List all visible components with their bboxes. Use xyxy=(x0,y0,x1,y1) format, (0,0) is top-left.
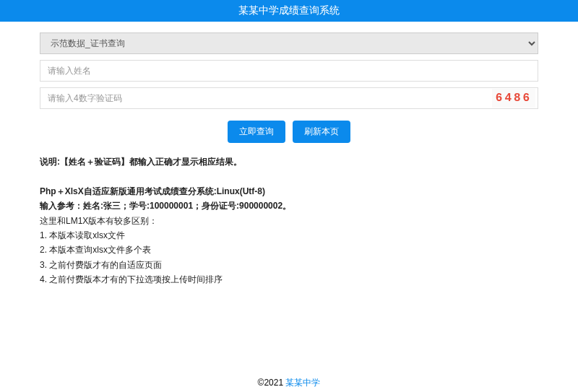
info-sample: 输入参考：姓名:张三；学号:100000001；身份证号:900000002。 xyxy=(40,199,538,213)
info-diff-header: 这里和LM1X版本有较多区别： xyxy=(40,214,538,228)
info-title: Php＋XlsX自适应新版通用考试成绩查分系统:Linux(Utf-8) xyxy=(40,184,538,199)
captcha-row: 6486 xyxy=(40,87,538,109)
captcha-input[interactable] xyxy=(40,87,538,109)
refresh-button[interactable]: 刷新本页 xyxy=(293,121,350,143)
info-diff-1: 1. 本版本读取xlsx文件 xyxy=(40,228,538,243)
header-title: 某某中学成绩查询系统 xyxy=(238,4,340,16)
page-header: 某某中学成绩查询系统 xyxy=(0,0,578,22)
info-diff-2: 2. 本版本查询xlsx文件多个表 xyxy=(40,243,538,257)
name-input[interactable] xyxy=(40,60,538,82)
info-block: 说明:【姓名＋验证码】都输入正确才显示相应结果。 Php＋XlsX自适应新版通用… xyxy=(40,154,538,287)
button-row: 立即查询 刷新本页 xyxy=(40,115,538,154)
query-button[interactable]: 立即查询 xyxy=(228,121,285,143)
info-diff-4: 4. 之前付费版本才有的下拉选项按上传时间排序 xyxy=(40,272,538,287)
info-diff-3: 3. 之前付费版才有的自适应页面 xyxy=(40,258,538,272)
captcha-image[interactable]: 6486 xyxy=(492,89,535,108)
dataset-select[interactable]: 示范数据_证书查询 xyxy=(40,32,538,54)
info-note: 说明:【姓名＋验证码】都输入正确才显示相应结果。 xyxy=(40,154,538,169)
main-container: 示范数据_证书查询 6486 立即查询 刷新本页 说明:【姓名＋验证码】都输入正… xyxy=(0,22,578,287)
name-row xyxy=(40,60,538,82)
